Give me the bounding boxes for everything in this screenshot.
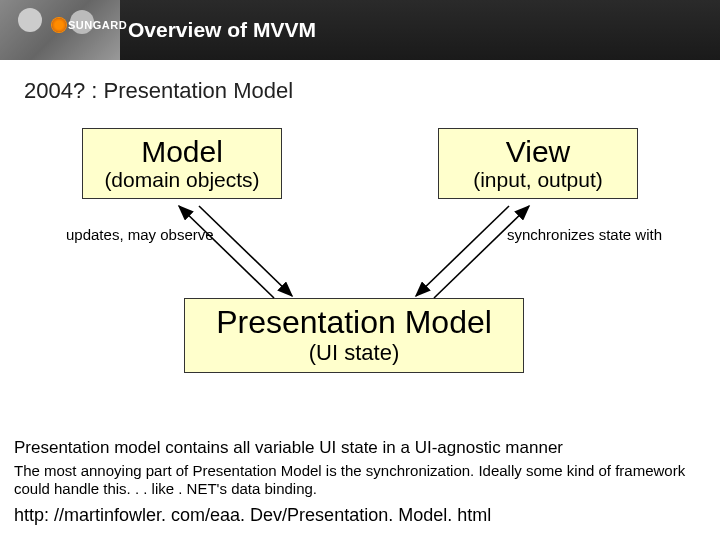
label-updates: updates, may observe [66, 226, 214, 243]
brand-text: SUNGARD [68, 19, 127, 31]
box-presentation-model: Presentation Model (UI state) [184, 298, 524, 373]
sun-icon [52, 18, 66, 32]
footer-line-1: Presentation model contains all variable… [14, 438, 706, 458]
svg-line-2 [434, 206, 529, 298]
slide-title: Overview of MVVM [128, 18, 316, 42]
box-view-sub: (input, output) [449, 168, 627, 192]
box-model-title: Model [93, 135, 271, 168]
svg-line-3 [416, 206, 509, 296]
diagram: Model (domain objects) View (input, outp… [24, 128, 696, 378]
box-model-sub: (domain objects) [93, 168, 271, 192]
slide-footer: Presentation model contains all variable… [14, 438, 706, 527]
footer-line-2: The most annoying part of Presentation M… [14, 462, 706, 500]
box-view-title: View [449, 135, 627, 168]
svg-line-1 [199, 206, 292, 296]
svg-line-0 [179, 206, 274, 298]
box-pm-title: Presentation Model [195, 305, 513, 340]
brand-logo: SUNGARD [52, 18, 127, 32]
footer-url: http: //martinfowler. com/eaa. Dev/Prese… [14, 505, 706, 526]
subtitle: 2004? : Presentation Model [24, 78, 696, 104]
box-pm-sub: (UI state) [195, 340, 513, 366]
box-model: Model (domain objects) [82, 128, 282, 199]
label-sync: synchronizes state with [507, 226, 662, 243]
box-view: View (input, output) [438, 128, 638, 199]
slide-content: 2004? : Presentation Model Model (domain… [0, 60, 720, 540]
slide-header: SUNGARD Overview of MVVM [0, 0, 720, 60]
